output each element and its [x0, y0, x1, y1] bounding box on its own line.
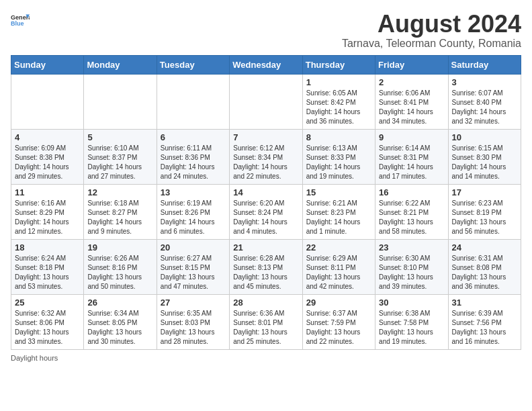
- day-info: Sunrise: 6:26 AM Sunset: 8:16 PM Dayligh…: [87, 254, 152, 291]
- day-info: Sunrise: 6:31 AM Sunset: 8:08 PM Dayligh…: [452, 254, 517, 291]
- calendar-cell: 4Sunrise: 6:09 AM Sunset: 8:38 PM Daylig…: [11, 129, 84, 184]
- calendar-header-row: SundayMondayTuesdayWednesdayThursdayFrid…: [11, 55, 521, 74]
- day-info: Sunrise: 6:39 AM Sunset: 7:56 PM Dayligh…: [452, 309, 517, 347]
- calendar-cell: 16Sunrise: 6:22 AM Sunset: 8:21 PM Dayli…: [375, 184, 448, 239]
- day-info: Sunrise: 6:21 AM Sunset: 8:23 PM Dayligh…: [306, 199, 371, 236]
- day-info: Sunrise: 6:12 AM Sunset: 8:34 PM Dayligh…: [233, 144, 298, 181]
- title-area: August 2024 Tarnava, Teleorman County, R…: [342, 11, 521, 50]
- calendar-week-2: 4Sunrise: 6:09 AM Sunset: 8:38 PM Daylig…: [11, 129, 521, 184]
- day-number: 5: [87, 132, 152, 142]
- calendar-week-3: 11Sunrise: 6:16 AM Sunset: 8:29 PM Dayli…: [11, 184, 521, 239]
- calendar-week-4: 18Sunrise: 6:24 AM Sunset: 8:18 PM Dayli…: [11, 239, 521, 294]
- day-info: Sunrise: 6:15 AM Sunset: 8:30 PM Dayligh…: [452, 144, 517, 181]
- day-info: Sunrise: 6:18 AM Sunset: 8:27 PM Dayligh…: [87, 199, 152, 236]
- calendar-cell: 6Sunrise: 6:11 AM Sunset: 8:36 PM Daylig…: [157, 129, 229, 184]
- day-info: Sunrise: 6:29 AM Sunset: 8:11 PM Dayligh…: [306, 254, 371, 291]
- day-info: Sunrise: 6:13 AM Sunset: 8:33 PM Dayligh…: [306, 144, 371, 181]
- calendar-cell: 2Sunrise: 6:06 AM Sunset: 8:41 PM Daylig…: [375, 74, 448, 129]
- calendar-cell: 15Sunrise: 6:21 AM Sunset: 8:23 PM Dayli…: [302, 184, 375, 239]
- day-info: Sunrise: 6:09 AM Sunset: 8:38 PM Dayligh…: [15, 144, 80, 181]
- day-number: 15: [306, 187, 371, 197]
- day-number: 18: [15, 242, 80, 253]
- calendar-cell: 12Sunrise: 6:18 AM Sunset: 8:27 PM Dayli…: [84, 184, 157, 239]
- day-number: 12: [87, 187, 152, 197]
- calendar-cell: [157, 74, 229, 129]
- day-number: 21: [233, 242, 298, 253]
- day-info: Sunrise: 6:22 AM Sunset: 8:21 PM Dayligh…: [379, 199, 444, 236]
- calendar-cell: 30Sunrise: 6:38 AM Sunset: 7:58 PM Dayli…: [375, 294, 448, 349]
- day-number: 17: [452, 187, 517, 197]
- day-info: Sunrise: 6:30 AM Sunset: 8:10 PM Dayligh…: [379, 254, 444, 291]
- day-number: 4: [15, 132, 80, 142]
- calendar-week-5: 25Sunrise: 6:32 AM Sunset: 8:06 PM Dayli…: [11, 294, 521, 349]
- calendar-cell: 1Sunrise: 6:05 AM Sunset: 8:42 PM Daylig…: [302, 74, 375, 129]
- day-info: Sunrise: 6:06 AM Sunset: 8:41 PM Dayligh…: [379, 89, 444, 126]
- day-info: Sunrise: 6:16 AM Sunset: 8:29 PM Dayligh…: [15, 199, 80, 236]
- day-number: 22: [306, 242, 371, 253]
- calendar-cell: [11, 74, 84, 129]
- day-number: 31: [452, 298, 517, 308]
- logo-icon: General Blue: [11, 11, 30, 30]
- day-number: 26: [87, 298, 152, 308]
- day-number: 7: [233, 132, 298, 142]
- day-number: 29: [306, 298, 371, 308]
- day-number: 10: [452, 132, 517, 142]
- day-number: 28: [233, 298, 298, 308]
- day-number: 13: [161, 187, 226, 197]
- day-info: Sunrise: 6:07 AM Sunset: 8:40 PM Dayligh…: [452, 89, 517, 126]
- calendar-cell: 18Sunrise: 6:24 AM Sunset: 8:18 PM Dayli…: [11, 239, 84, 294]
- calendar-cell: 10Sunrise: 6:15 AM Sunset: 8:30 PM Dayli…: [448, 129, 521, 184]
- calendar-cell: 24Sunrise: 6:31 AM Sunset: 8:08 PM Dayli…: [448, 239, 521, 294]
- svg-text:Blue: Blue: [11, 20, 24, 27]
- day-number: 16: [379, 187, 444, 197]
- calendar-table: SundayMondayTuesdayWednesdayThursdayFrid…: [11, 55, 521, 350]
- day-number: 20: [161, 242, 226, 253]
- subtitle: Tarnava, Teleorman County, Romania: [342, 38, 521, 50]
- day-info: Sunrise: 6:14 AM Sunset: 8:31 PM Dayligh…: [379, 144, 444, 181]
- calendar-cell: 13Sunrise: 6:19 AM Sunset: 8:26 PM Dayli…: [157, 184, 229, 239]
- calendar-cell: 7Sunrise: 6:12 AM Sunset: 8:34 PM Daylig…: [230, 129, 302, 184]
- day-number: 11: [15, 187, 80, 197]
- day-info: Sunrise: 6:34 AM Sunset: 8:05 PM Dayligh…: [87, 309, 152, 347]
- calendar-cell: 26Sunrise: 6:34 AM Sunset: 8:05 PM Dayli…: [84, 294, 157, 349]
- day-info: Sunrise: 6:28 AM Sunset: 8:13 PM Dayligh…: [233, 254, 298, 291]
- day-info: Sunrise: 6:05 AM Sunset: 8:42 PM Dayligh…: [306, 89, 371, 126]
- calendar-cell: 27Sunrise: 6:35 AM Sunset: 8:03 PM Dayli…: [157, 294, 229, 349]
- daylight-label: Daylight hours: [11, 354, 58, 362]
- calendar-header-monday: Monday: [84, 55, 157, 74]
- day-number: 8: [306, 132, 371, 142]
- day-number: 1: [306, 77, 371, 87]
- calendar-cell: 14Sunrise: 6:20 AM Sunset: 8:24 PM Dayli…: [230, 184, 302, 239]
- calendar-cell: 22Sunrise: 6:29 AM Sunset: 8:11 PM Dayli…: [302, 239, 375, 294]
- calendar-header-thursday: Thursday: [302, 55, 375, 74]
- header: General Blue August 2024 Tarnava, Teleor…: [11, 11, 521, 50]
- day-number: 30: [379, 298, 444, 308]
- day-info: Sunrise: 6:35 AM Sunset: 8:03 PM Dayligh…: [161, 309, 226, 347]
- footer-note: Daylight hours: [11, 354, 521, 362]
- day-number: 25: [15, 298, 80, 308]
- day-info: Sunrise: 6:11 AM Sunset: 8:36 PM Dayligh…: [161, 144, 226, 181]
- calendar-cell: 9Sunrise: 6:14 AM Sunset: 8:31 PM Daylig…: [375, 129, 448, 184]
- day-number: 2: [379, 77, 444, 87]
- day-info: Sunrise: 6:19 AM Sunset: 8:26 PM Dayligh…: [161, 199, 226, 236]
- day-number: 24: [452, 242, 517, 253]
- calendar-cell: 17Sunrise: 6:23 AM Sunset: 8:19 PM Dayli…: [448, 184, 521, 239]
- day-number: 3: [452, 77, 517, 87]
- calendar-cell: 29Sunrise: 6:37 AM Sunset: 7:59 PM Dayli…: [302, 294, 375, 349]
- calendar-cell: 31Sunrise: 6:39 AM Sunset: 7:56 PM Dayli…: [448, 294, 521, 349]
- day-info: Sunrise: 6:37 AM Sunset: 7:59 PM Dayligh…: [306, 309, 371, 347]
- day-number: 19: [87, 242, 152, 253]
- day-info: Sunrise: 6:24 AM Sunset: 8:18 PM Dayligh…: [15, 254, 80, 291]
- day-info: Sunrise: 6:27 AM Sunset: 8:15 PM Dayligh…: [161, 254, 226, 291]
- calendar-cell: 20Sunrise: 6:27 AM Sunset: 8:15 PM Dayli…: [157, 239, 229, 294]
- calendar-header-friday: Friday: [375, 55, 448, 74]
- logo: General Blue: [11, 11, 30, 30]
- day-number: 27: [161, 298, 226, 308]
- day-info: Sunrise: 6:10 AM Sunset: 8:37 PM Dayligh…: [87, 144, 152, 181]
- day-number: 9: [379, 132, 444, 142]
- day-number: 14: [233, 187, 298, 197]
- calendar-header-sunday: Sunday: [11, 55, 84, 74]
- day-info: Sunrise: 6:20 AM Sunset: 8:24 PM Dayligh…: [233, 199, 298, 236]
- calendar-header-wednesday: Wednesday: [230, 55, 302, 74]
- calendar-week-1: 1Sunrise: 6:05 AM Sunset: 8:42 PM Daylig…: [11, 74, 521, 129]
